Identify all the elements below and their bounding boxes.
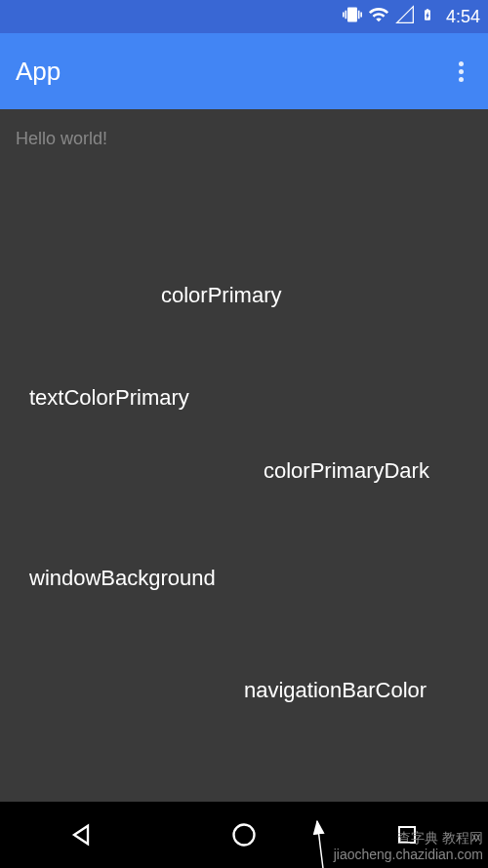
- phone-screen: 4:54 App Hello world!: [0, 0, 488, 868]
- status-icons: 4:54: [343, 4, 480, 29]
- battery-icon: [421, 5, 434, 28]
- label-text-color-primary: textColorPrimary: [29, 385, 189, 411]
- overflow-menu-icon[interactable]: [449, 59, 472, 83]
- hello-world-text: Hello world!: [16, 129, 472, 149]
- app-bar: App: [0, 33, 488, 109]
- back-button[interactable]: [42, 815, 120, 854]
- label-navigation-bar-color: navigationBarColor: [244, 678, 427, 703]
- label-window-background: windowBackground: [29, 566, 216, 591]
- vibrate-icon: [343, 5, 362, 28]
- label-color-primary: colorPrimary: [161, 283, 281, 308]
- svg-point-0: [233, 825, 254, 846]
- app-title: App: [16, 57, 61, 87]
- home-button[interactable]: [205, 815, 283, 854]
- signal-icon: [395, 5, 415, 28]
- status-bar: 4:54: [0, 0, 488, 33]
- label-color-primary-dark: colorPrimaryDark: [264, 458, 429, 484]
- watermark-line1: 查字典: [397, 830, 438, 846]
- watermark-line2: jiaocheng.chazidian.com: [334, 847, 483, 862]
- clock-time: 4:54: [446, 7, 480, 27]
- wifi-icon: [368, 4, 389, 29]
- watermark: 查字典 教程网 jiaocheng.chazidian.com: [334, 830, 483, 863]
